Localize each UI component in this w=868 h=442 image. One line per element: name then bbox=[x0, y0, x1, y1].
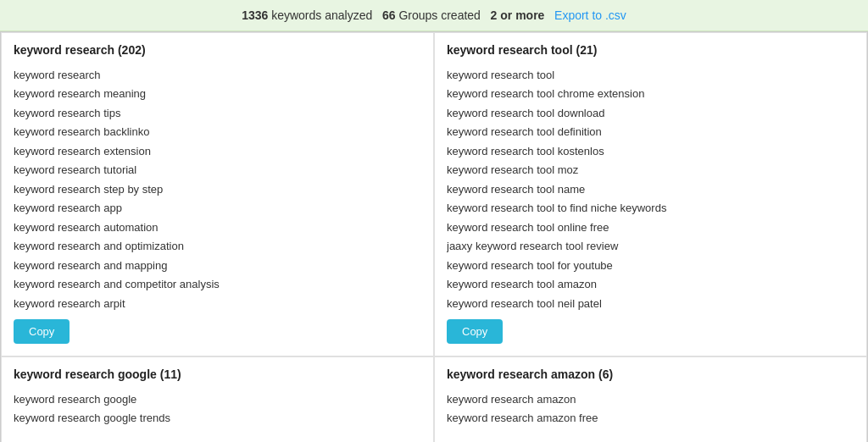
list-item: keyword research tool for youtube bbox=[447, 256, 854, 275]
keywords-count: 1336 bbox=[242, 8, 268, 22]
group-title-1: keyword research (202) bbox=[14, 43, 421, 57]
list-item: keyword research google bbox=[14, 390, 421, 409]
list-item: keyword research google trends bbox=[14, 409, 421, 428]
list-item: keyword research tips bbox=[14, 103, 421, 123]
group-keyword-research-amazon: keyword research amazon (6) keyword rese… bbox=[434, 356, 867, 442]
list-item: keyword research and optimization bbox=[14, 237, 421, 257]
keyword-list-wrapper-1[interactable]: keyword research keyword research meanin… bbox=[14, 65, 421, 311]
group-keyword-research-google: keyword research google (11) keyword res… bbox=[1, 356, 434, 442]
list-item: keyword research tool online free bbox=[447, 218, 854, 237]
groups-grid: keyword research (202) keyword research … bbox=[0, 31, 868, 442]
keyword-list-wrapper-3[interactable]: keyword research google keyword research… bbox=[14, 390, 421, 428]
copy-button-1[interactable]: Copy bbox=[14, 319, 70, 344]
list-item: keyword research tool to find niche keyw… bbox=[447, 199, 854, 218]
group-title-4: keyword research amazon (6) bbox=[447, 367, 854, 381]
list-item: keyword research tool name bbox=[447, 180, 854, 199]
list-item: keyword research and mapping bbox=[14, 256, 421, 275]
list-item: keyword research tool definition bbox=[447, 123, 854, 142]
list-item: keyword research tool download bbox=[447, 103, 854, 123]
copy-button-2[interactable]: Copy bbox=[447, 319, 503, 344]
list-item: keyword research arpit bbox=[14, 294, 421, 311]
groups-count: 66 bbox=[382, 8, 396, 22]
keyword-list-wrapper-4[interactable]: keyword research amazon keyword research… bbox=[447, 390, 854, 428]
keyword-list-2: keyword research tool keyword research t… bbox=[447, 65, 854, 311]
list-item: keyword research backlinko bbox=[14, 123, 421, 142]
list-item: jaaxy keyword research tool review bbox=[447, 237, 854, 257]
list-item: keyword research meaning bbox=[14, 85, 421, 104]
list-item: keyword research extension bbox=[14, 141, 421, 161]
list-item: keyword research automation bbox=[14, 218, 421, 237]
list-item: keyword research app bbox=[14, 199, 421, 218]
keyword-list-wrapper-2[interactable]: keyword research tool keyword research t… bbox=[447, 65, 854, 311]
or-more: 2 or more bbox=[491, 8, 545, 22]
group-title-3: keyword research google (11) bbox=[14, 367, 421, 381]
list-item: keyword research amazon free bbox=[447, 409, 854, 428]
list-item: keyword research tool moz bbox=[447, 161, 854, 180]
list-item: keyword research tutorial bbox=[14, 161, 421, 180]
keyword-list-3: keyword research google keyword research… bbox=[14, 390, 421, 428]
keyword-list-1: keyword research keyword research meanin… bbox=[14, 65, 421, 311]
list-item: keyword research bbox=[14, 65, 421, 85]
list-item: keyword research tool bbox=[447, 65, 854, 85]
list-item: keyword research tool amazon bbox=[447, 275, 854, 295]
export-link[interactable]: Export to .csv bbox=[554, 8, 626, 22]
list-item: keyword research and competitor analysis bbox=[14, 275, 421, 295]
list-item: keyword research tool chrome extension bbox=[447, 85, 854, 104]
groups-label: Groups created bbox=[398, 8, 481, 22]
group-keyword-research-tool: keyword research tool (21) keyword resea… bbox=[434, 32, 867, 356]
keyword-list-4: keyword research amazon keyword research… bbox=[447, 390, 854, 428]
group-keyword-research: keyword research (202) keyword research … bbox=[1, 32, 434, 356]
keywords-label: keywords analyzed bbox=[271, 8, 372, 22]
list-item: keyword research step by step bbox=[14, 180, 421, 199]
list-item: keyword research tool kostenlos bbox=[447, 141, 854, 161]
list-item: keyword research tool neil patel bbox=[447, 294, 854, 311]
top-banner: 1336 keywords analyzed 66 Groups created… bbox=[0, 0, 868, 31]
list-item: keyword research amazon bbox=[447, 390, 854, 409]
group-title-2: keyword research tool (21) bbox=[447, 43, 854, 57]
